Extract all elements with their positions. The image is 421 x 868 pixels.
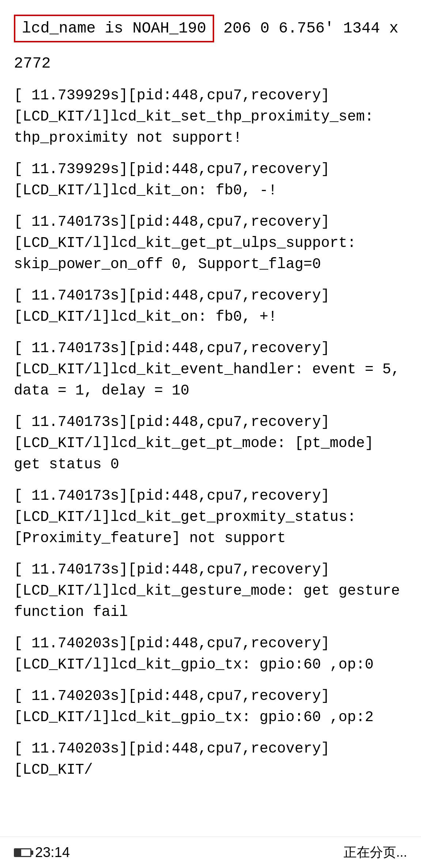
highlighted-header: lcd_name is NOAH_190 — [14, 15, 214, 42]
log-entry-3: [ 11.740173s][pid:448,cpu7,recovery][LCD… — [14, 212, 407, 275]
battery-icon — [14, 848, 31, 857]
highlighted-text: lcd_name is NOAH_190 — [22, 20, 206, 37]
log-entry-2: [ 11.739929s][pid:448,cpu7,recovery][LCD… — [14, 159, 407, 201]
log-entry-10: [ 11.740203s][pid:448,cpu7,recovery][LCD… — [14, 686, 407, 728]
battery-fill — [15, 849, 21, 856]
log-entry-9: [ 11.740203s][pid:448,cpu7,recovery][LCD… — [14, 633, 407, 675]
log-entry-1: [ 11.739929s][pid:448,cpu7,recovery][LCD… — [14, 85, 407, 149]
log-entry-4: [ 11.740173s][pid:448,cpu7,recovery][LCD… — [14, 285, 407, 328]
log-entry-5: [ 11.740173s][pid:448,cpu7,recovery][LCD… — [14, 338, 407, 401]
log-entry-7: [ 11.740173s][pid:448,cpu7,recovery][LCD… — [14, 486, 407, 549]
log-entry-11: [ 11.740203s][pid:448,cpu7,recovery][LCD… — [14, 738, 407, 781]
status-text: 正在分页... — [344, 844, 407, 861]
log-entry-6: [ 11.740173s][pid:448,cpu7,recovery][LCD… — [14, 412, 407, 475]
status-time: 23:14 — [35, 845, 70, 860]
log-entry-8: [ 11.740173s][pid:448,cpu7,recovery][LCD… — [14, 559, 407, 623]
status-left: 23:14 — [14, 845, 70, 860]
log-content: lcd_name is NOAH_190 206 0 6.756' 1344 x… — [0, 0, 421, 837]
status-bar: 23:14 正在分页... — [0, 837, 421, 868]
